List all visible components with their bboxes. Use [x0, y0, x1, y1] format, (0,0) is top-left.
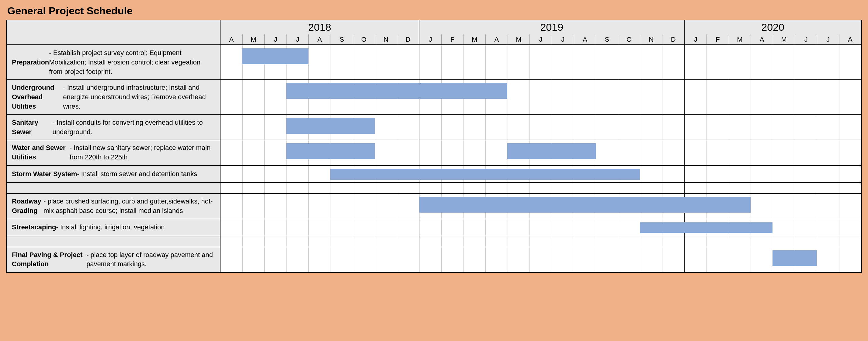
gantt-chart: 201820192020 AMJJASONDJFMAMJJASONDJFMAMJ…: [6, 20, 862, 273]
task-desc: - Install storm sewer and detention tank…: [77, 169, 197, 179]
month-label: A: [220, 34, 242, 44]
task-desc: - place crushed surfacing, curb and gutt…: [43, 197, 215, 216]
spacer-row: [7, 236, 861, 247]
month-label: F: [441, 34, 464, 44]
month-label: J: [817, 34, 839, 44]
month-label: N: [640, 34, 662, 44]
month-label: A: [574, 34, 596, 44]
month-label: D: [662, 34, 684, 44]
page: General Project Schedule 201820192020 AM…: [0, 0, 868, 281]
task-row: Final Paving & Project Completion - plac…: [7, 247, 861, 272]
task-label: Roadway Grading - place crushed surfacin…: [7, 193, 220, 219]
month-label: S: [331, 34, 353, 44]
month-label: A: [751, 34, 773, 44]
task-row: Storm Water System- Install storm sewer …: [7, 165, 861, 182]
gantt-bar: [286, 83, 507, 99]
month-label: S: [596, 34, 618, 44]
month-label: A: [308, 34, 331, 44]
month-label: J: [684, 34, 707, 44]
gantt-bar: [242, 49, 308, 64]
month-label: J: [552, 34, 574, 44]
month-label: A: [486, 34, 507, 44]
task-title: Storm Water System: [12, 169, 77, 179]
task-desc: - place top layer of roadway pavement an…: [86, 250, 215, 269]
gantt-bar: [419, 197, 750, 213]
month-label: A: [839, 34, 861, 44]
page-title: General Project Schedule: [7, 5, 862, 17]
task-label: Storm Water System- Install storm sewer …: [7, 165, 220, 182]
month-label: F: [707, 34, 729, 44]
month-label: M: [507, 34, 530, 44]
task-label: Water and Sewer Utilities - Install new …: [7, 140, 220, 165]
month-label: M: [729, 34, 751, 44]
month-label: M: [773, 34, 795, 44]
task-desc: - Install new sanitary sewer; replace wa…: [70, 143, 215, 162]
month-label: D: [397, 34, 419, 44]
task-desc: - Establish project survey control; Equi…: [49, 49, 215, 76]
month-label: J: [286, 34, 309, 44]
task-row: Preparation - Establish project survey c…: [7, 45, 861, 80]
gantt-bar: [286, 143, 375, 159]
task-desc: - Install conduits for converting overhe…: [53, 118, 215, 137]
task-row: Streetscaping- Install lighting, irrigat…: [7, 219, 861, 236]
task-label: Sanitary Sewer- Install conduits for con…: [7, 114, 220, 140]
year-label: 2018: [220, 20, 419, 34]
header-spacer-2: [7, 34, 220, 45]
task-label: Preparation - Establish project survey c…: [7, 45, 220, 80]
gantt-bar: [640, 222, 773, 233]
task-row: Sanitary Sewer- Install conduits for con…: [7, 114, 861, 140]
task-title: Roadway Grading: [12, 197, 43, 216]
task-title: Sanitary Sewer: [12, 118, 53, 137]
year-label: 2019: [419, 20, 684, 34]
month-label: J: [795, 34, 817, 44]
month-label: O: [353, 34, 375, 44]
task-desc: - Install underground infrastructure; In…: [63, 83, 215, 111]
gantt-bar: [286, 118, 375, 134]
task-label: Streetscaping- Install lighting, irrigat…: [7, 219, 220, 236]
month-label: N: [375, 34, 397, 44]
task-title: Final Paving & Project Completion: [12, 250, 86, 269]
year-label: 2020: [684, 20, 861, 34]
task-desc: - Install lighting, irrigation, vegetati…: [56, 223, 165, 232]
month-label: J: [529, 34, 552, 44]
task-title: Underground Overhead Utilities: [12, 83, 63, 111]
month-label: M: [464, 34, 486, 44]
month-label: O: [618, 34, 640, 44]
task-row: Water and Sewer Utilities - Install new …: [7, 140, 861, 165]
task-label: Final Paving & Project Completion - plac…: [7, 247, 220, 272]
task-title: Water and Sewer Utilities: [12, 143, 70, 162]
task-title: Preparation: [12, 58, 49, 67]
task-title: Streetscaping: [12, 223, 56, 232]
years-header: 201820192020: [7, 20, 861, 34]
gantt-bar: [330, 169, 640, 180]
gantt-bar: [773, 250, 816, 266]
month-label: J: [419, 34, 441, 44]
header-spacer: [7, 20, 220, 34]
task-label: Underground Overhead Utilities- Install …: [7, 80, 220, 114]
month-label: M: [242, 34, 265, 44]
gantt-bar: [507, 143, 596, 159]
task-row: Roadway Grading - place crushed surfacin…: [7, 193, 861, 219]
months-header: AMJJASONDJFMAMJJASONDJFMAMJJA: [7, 34, 861, 45]
month-label: J: [264, 34, 286, 44]
task-row: Underground Overhead Utilities- Install …: [7, 80, 861, 114]
spacer-row: [7, 182, 861, 193]
